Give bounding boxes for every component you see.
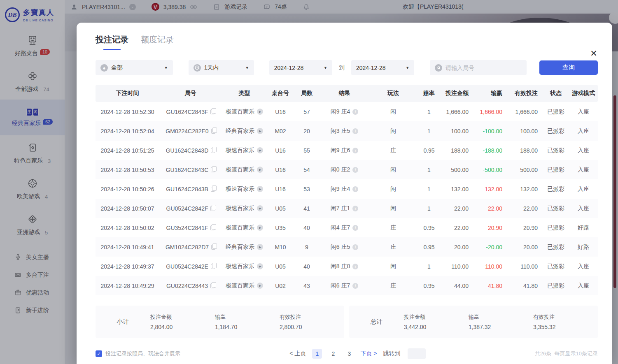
round-number-input[interactable] xyxy=(445,65,522,71)
cell-round: GU1624C2843F xyxy=(159,109,222,115)
cell-table: U05 xyxy=(267,263,294,270)
cell-table: U05 xyxy=(267,205,294,212)
cell-odds: 1 xyxy=(417,128,441,134)
play-icon[interactable]: ▶ xyxy=(257,263,263,269)
cell-valid-bet: 100.00 xyxy=(507,128,543,134)
cell-status: 已派彩 xyxy=(543,243,569,251)
cell-type: 极速百家乐 ▶ xyxy=(222,282,267,290)
cell-status: 已派彩 xyxy=(543,108,569,116)
copy-icon[interactable] xyxy=(211,187,215,192)
cell-status: 已派彩 xyxy=(543,224,569,232)
cell-winloss: 1,666.00 xyxy=(473,109,507,115)
page: PLAYER43101... ⌄ V 3,389.38 游戏记录 74桌 欢迎【… xyxy=(0,0,618,364)
modal-tabs: 投注记录 额度记录 xyxy=(96,34,598,50)
play-icon[interactable]: ▶ xyxy=(257,205,263,211)
play-icon[interactable]: ▶ xyxy=(257,128,263,134)
cell-table: M02 xyxy=(267,128,294,134)
table-row: 2024-12-28 10:49:41 GM1024C282D7 经典百家乐 ▶… xyxy=(96,237,598,257)
cell-bet-time: 2024-12-28 10:52:30 xyxy=(96,109,159,115)
cell-games: 40 xyxy=(294,225,320,231)
play-icon[interactable]: ▶ xyxy=(257,225,263,231)
cell-bet-amount: 20.00 xyxy=(441,244,473,250)
cell-games: 55 xyxy=(294,147,320,154)
copy-icon[interactable] xyxy=(210,109,215,114)
date-to-picker[interactable]: 2024-12-28 ▼ xyxy=(351,60,414,75)
cell-games: 53 xyxy=(294,186,320,192)
cell-game-mode: 入座 xyxy=(569,128,598,135)
caret-down-icon: ▼ xyxy=(324,66,327,70)
cell-status: 已派彩 xyxy=(543,282,569,290)
copy-icon[interactable] xyxy=(210,206,215,211)
round-number-field[interactable] xyxy=(430,60,527,75)
info-icon[interactable]: i xyxy=(352,283,358,289)
copy-icon[interactable] xyxy=(211,245,215,250)
info-icon[interactable]: i xyxy=(352,264,358,269)
info-icon[interactable]: i xyxy=(352,206,358,211)
info-icon[interactable]: i xyxy=(352,109,358,115)
info-icon[interactable]: i xyxy=(352,186,358,192)
info-icon[interactable]: i xyxy=(352,128,358,134)
cell-odds: 0.95 xyxy=(417,225,441,231)
info-icon[interactable]: i xyxy=(352,167,358,173)
cell-valid-bet: 188.00 xyxy=(507,147,543,154)
cell-status: 已派彩 xyxy=(543,166,569,174)
play-icon[interactable]: ▶ xyxy=(257,109,263,115)
time-range-select[interactable]: 1天内 ▼ xyxy=(189,60,254,75)
copy-icon[interactable] xyxy=(211,129,215,134)
tab-betting-records[interactable]: 投注记录 xyxy=(96,34,128,50)
play-icon[interactable]: ▶ xyxy=(257,283,263,289)
cell-bet-amount: 110.00 xyxy=(441,263,473,270)
table-row: 2024-12-28 10:52:04 GM0224C282E0 经典百家乐 ▶… xyxy=(96,121,598,141)
subtotal-winloss: 输赢 1,184.70 xyxy=(215,313,280,330)
page-button-2[interactable]: 2 xyxy=(328,349,338,359)
cell-odds: 1 xyxy=(417,186,441,192)
copy-icon[interactable] xyxy=(211,148,215,153)
cell-type: 极速百家乐 ▶ xyxy=(222,205,267,212)
play-icon[interactable]: ▶ xyxy=(257,147,263,153)
info-icon[interactable]: i xyxy=(352,225,358,231)
tab-quota-records[interactable]: 额度记录 xyxy=(141,34,174,50)
cell-table: M10 xyxy=(267,244,294,250)
close-icon[interactable]: ✕ xyxy=(588,48,599,59)
total-winloss: 输赢 1,387.32 xyxy=(469,313,533,330)
cell-odds: 0.95 xyxy=(417,147,441,154)
jump-page-input[interactable] xyxy=(408,348,426,359)
cell-result: 闲0 庄2 i xyxy=(320,166,369,174)
filter-bar: ♠ 全部 ▼ 1天内 ▼ 2024-12-28 ▼ 到 2024-12-28 ▼ xyxy=(96,60,598,75)
info-icon[interactable]: i xyxy=(352,148,358,153)
subtotal-label: 小计 xyxy=(96,318,150,326)
col-header-games: 局数 xyxy=(294,90,320,97)
cell-game-mode: 入座 xyxy=(569,205,598,212)
cell-round: GU0224C28443 xyxy=(159,283,222,289)
cell-game-mode: 入座 xyxy=(569,282,598,290)
copy-icon[interactable] xyxy=(211,167,215,172)
page-button-3[interactable]: 3 xyxy=(344,349,354,359)
play-icon[interactable]: ▶ xyxy=(257,244,263,250)
page-button-1[interactable]: 1 xyxy=(312,349,322,359)
cell-round: GU3524C2841F xyxy=(159,225,222,231)
play-icon[interactable]: ▶ xyxy=(257,167,263,173)
cell-bet-time: 2024-12-28 10:51:25 xyxy=(96,147,159,154)
cell-type: 极速百家乐 ▶ xyxy=(222,263,267,270)
game-type-select[interactable]: ♠ 全部 ▼ xyxy=(96,60,173,75)
cell-play: 庄 xyxy=(369,282,417,290)
search-button[interactable]: 查询 xyxy=(539,60,598,75)
merge-checkbox[interactable]: ✓ xyxy=(96,350,102,357)
cell-round: GM0224C282E0 xyxy=(159,128,222,134)
col-header-winloss: 输赢 xyxy=(473,90,507,97)
copy-icon[interactable] xyxy=(210,283,215,288)
cell-type: 极速百家乐 ▶ xyxy=(222,166,267,174)
play-icon[interactable]: ▶ xyxy=(257,186,263,192)
table-body: 2024-12-28 10:52:30 GU1624C2843F 极速百家乐 ▶… xyxy=(96,102,598,295)
info-icon[interactable]: i xyxy=(352,244,358,250)
prev-page-button[interactable]: < 上页 xyxy=(289,350,306,357)
copy-icon[interactable] xyxy=(211,264,215,269)
game-type-value: 全部 xyxy=(111,64,123,72)
col-header-result: 结果 xyxy=(320,90,369,97)
cell-game-mode: 入座 xyxy=(569,166,598,174)
copy-icon[interactable] xyxy=(210,225,215,230)
next-page-button[interactable]: 下页 > xyxy=(360,350,377,357)
cell-play: 庄 xyxy=(369,147,417,154)
cell-winloss: -100.00 xyxy=(473,128,507,134)
date-from-picker[interactable]: 2024-12-28 ▼ xyxy=(269,60,332,75)
